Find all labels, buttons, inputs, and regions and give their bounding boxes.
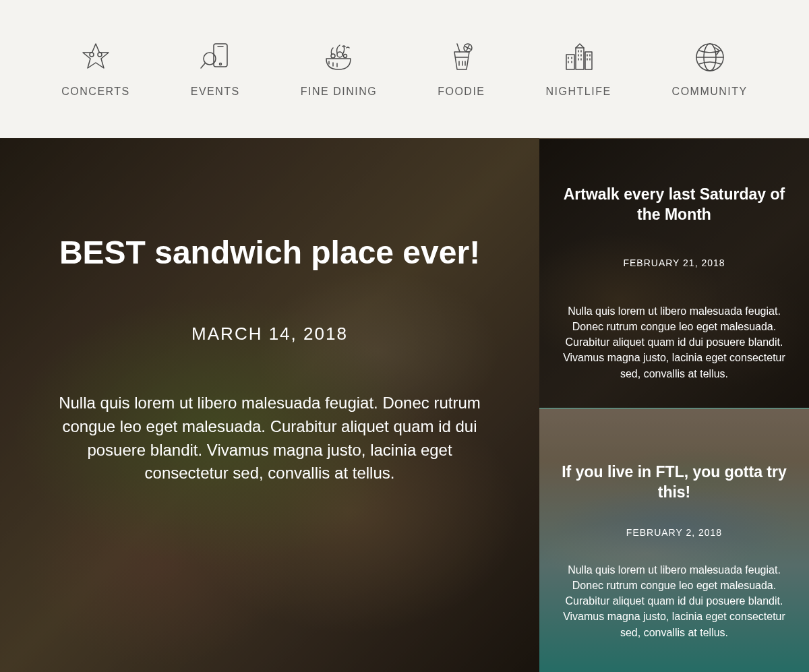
nav-label: FOODIE bbox=[438, 86, 485, 98]
svg-rect-22 bbox=[566, 55, 574, 69]
nav-item-nightlife[interactable]: NIGHTLIFE bbox=[546, 41, 611, 98]
svg-point-12 bbox=[337, 52, 342, 57]
side-card-artwalk[interactable]: Artwalk every last Saturday of the Month… bbox=[539, 138, 809, 408]
svg-rect-24 bbox=[585, 52, 592, 69]
side-title: Artwalk every last Saturday of the Month bbox=[556, 185, 792, 225]
nav-item-community[interactable]: COMMUNITY bbox=[672, 41, 748, 98]
nav-item-events[interactable]: EVENTS bbox=[191, 41, 240, 98]
svg-point-5 bbox=[220, 63, 222, 65]
nav-label: NIGHTLIFE bbox=[546, 86, 611, 98]
nav-item-fine-dining[interactable]: FINE DINING bbox=[301, 41, 377, 98]
feature-body: Nulla quis lorem ut libero malesuada feu… bbox=[40, 392, 499, 485]
side-date: FEBRUARY 21, 2018 bbox=[556, 257, 792, 268]
side-body: Nulla quis lorem ut libero malesuada feu… bbox=[556, 303, 792, 381]
salad-bowl-icon bbox=[322, 41, 355, 73]
side-card-ftl[interactable]: If you live in FTL, you gotta try this! … bbox=[539, 408, 809, 672]
feature-date: MARCH 14, 2018 bbox=[40, 324, 499, 344]
nav-item-foodie[interactable]: FOODIE bbox=[438, 41, 485, 98]
svg-point-11 bbox=[331, 54, 335, 58]
svg-point-2 bbox=[98, 53, 102, 57]
svg-point-13 bbox=[344, 54, 347, 57]
svg-line-15 bbox=[457, 44, 460, 52]
globe-icon bbox=[694, 41, 726, 73]
main-feature-card[interactable]: BEST sandwich place ever! MARCH 14, 2018… bbox=[0, 138, 539, 672]
nav-label: CONCERTS bbox=[61, 86, 130, 98]
content-grid: BEST sandwich place ever! MARCH 14, 2018… bbox=[0, 138, 809, 672]
nav-label: COMMUNITY bbox=[672, 86, 748, 98]
nav-label: FINE DINING bbox=[301, 86, 377, 98]
side-body: Nulla quis lorem ut libero malesuada feu… bbox=[556, 562, 792, 640]
svg-rect-23 bbox=[576, 48, 584, 69]
svg-point-1 bbox=[90, 53, 94, 57]
nav-item-concerts[interactable]: CONCERTS bbox=[61, 41, 130, 98]
star-icon bbox=[80, 41, 112, 73]
feature-title: BEST sandwich place ever! bbox=[40, 233, 499, 273]
drink-icon bbox=[445, 41, 477, 73]
category-nav: CONCERTS EVENTS bbox=[0, 0, 809, 138]
svg-marker-0 bbox=[83, 44, 109, 68]
search-phone-icon bbox=[199, 41, 231, 73]
svg-line-7 bbox=[201, 63, 205, 68]
city-icon bbox=[562, 41, 595, 73]
side-date: FEBRUARY 2, 2018 bbox=[556, 527, 792, 538]
nav-label: EVENTS bbox=[191, 86, 240, 98]
side-title: If you live in FTL, you gotta try this! bbox=[556, 462, 792, 503]
